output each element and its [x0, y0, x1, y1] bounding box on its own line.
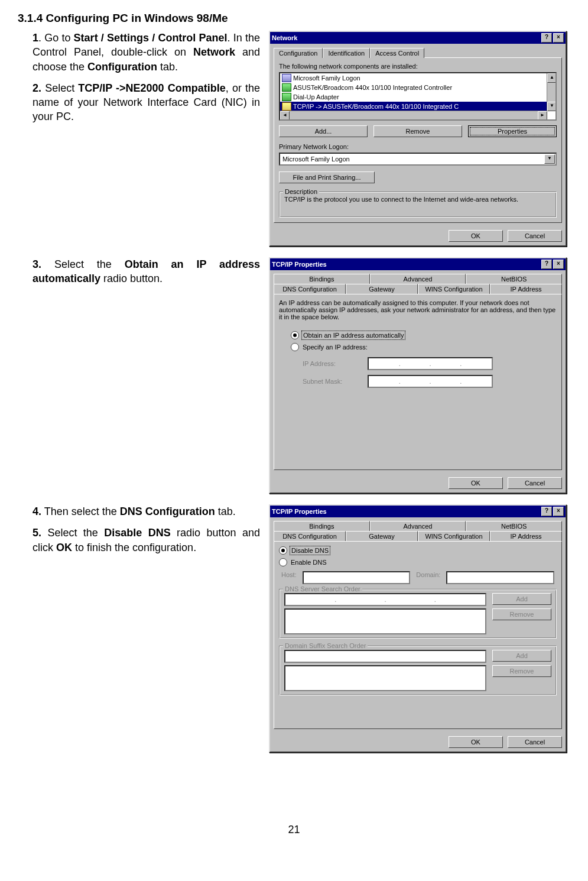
titlebar[interactable]: TCP/IP Properties ? × — [270, 258, 566, 270]
properties-button[interactable]: Properties — [468, 125, 557, 137]
tab-ip-address[interactable]: IP Address — [490, 531, 562, 541]
window-title: Network — [272, 34, 540, 41]
remove-button[interactable]: Remove — [373, 125, 462, 137]
client-icon — [282, 74, 291, 82]
tab-advanced[interactable]: Advanced — [370, 274, 466, 284]
tab-advanced[interactable]: Advanced — [370, 521, 466, 531]
scrollbar-horizontal[interactable]: ◄► — [280, 111, 547, 119]
tab-wins-configuration[interactable]: WINS Configuration — [418, 284, 490, 294]
tab-netbios[interactable]: NetBIOS — [466, 274, 562, 284]
help-icon[interactable]: ? — [541, 33, 552, 43]
tab-bindings[interactable]: Bindings — [274, 521, 370, 531]
radio-specify-ip[interactable]: Specify an IP address: — [291, 343, 545, 351]
close-icon[interactable]: × — [553, 507, 564, 516]
dns-add-button[interactable]: Add — [492, 593, 551, 605]
radio-obtain-ip[interactable]: Obtain an IP address automatically — [291, 331, 545, 339]
domain-label: Domain: — [416, 571, 440, 584]
tab-bindings[interactable]: Bindings — [274, 274, 370, 284]
host-label: Host: — [281, 571, 297, 584]
components-label: The following network components are ins… — [279, 63, 557, 70]
cancel-button[interactable]: Cancel — [508, 230, 562, 242]
add-button[interactable]: Add... — [279, 125, 368, 137]
tab-dns-configuration[interactable]: DNS Configuration — [274, 531, 346, 541]
step-4: 4. Then select the DNS Configuration tab… — [33, 504, 260, 519]
list-item-selected[interactable]: TCP/IP -> ASUSTeK/Broadcom 440x 10/100 I… — [293, 103, 459, 110]
scroll-left-icon[interactable]: ◄ — [280, 111, 290, 121]
description-text: TCP/IP is the protocol you use to connec… — [284, 196, 551, 203]
ip-info-text: An IP address can be automatically assig… — [279, 299, 557, 320]
scrollbar-vertical[interactable]: ▲▼ — [547, 73, 555, 111]
host-field[interactable] — [303, 571, 411, 584]
file-print-sharing-button[interactable]: File and Print Sharing... — [279, 171, 375, 183]
protocol-icon — [282, 102, 291, 111]
adapter-icon — [282, 83, 291, 92]
list-item[interactable]: Microsoft Family Logon — [293, 75, 360, 82]
tab-dns-configuration[interactable]: DNS Configuration — [274, 284, 346, 294]
tab-gateway[interactable]: Gateway — [346, 284, 418, 294]
close-icon[interactable]: × — [553, 260, 564, 269]
scroll-up-icon[interactable]: ▲ — [547, 73, 557, 83]
description-group-title: Description — [283, 188, 319, 195]
page-number: 21 — [18, 824, 570, 836]
dns-list[interactable] — [284, 608, 486, 634]
help-icon[interactable]: ? — [541, 507, 552, 516]
adapter-icon — [282, 93, 291, 101]
network-dialog: Network ? × Configuration Identification… — [269, 31, 567, 247]
list-item[interactable]: ASUSTeK/Broadcom 440x 10/100 Integrated … — [293, 84, 452, 91]
cancel-button[interactable]: Cancel — [508, 736, 562, 748]
tcpip-ip-dialog: TCP/IP Properties ? × Bindings Advanced … — [269, 257, 567, 494]
ok-button[interactable]: OK — [449, 736, 503, 748]
window-title: TCP/IP Properties — [272, 508, 540, 515]
tab-wins-configuration[interactable]: WINS Configuration — [418, 531, 490, 541]
dns-remove-button[interactable]: Remove — [492, 608, 551, 620]
tab-configuration[interactable]: Configuration — [274, 48, 323, 58]
scroll-right-icon[interactable]: ► — [538, 111, 547, 121]
step-2: 2. Select TCP/IP ->NE2000 Compatible, or… — [33, 81, 260, 124]
ip-address-field[interactable]: ... — [368, 357, 493, 370]
primary-logon-label: Primary Network Logon: — [279, 143, 557, 150]
tab-ip-address[interactable]: IP Address — [490, 284, 562, 294]
suffix-add-button[interactable]: Add — [492, 650, 551, 662]
primary-logon-dropdown[interactable]: Microsoft Family Logon ▼ — [279, 153, 557, 166]
help-icon[interactable]: ? — [541, 260, 552, 269]
ok-button[interactable]: OK — [449, 230, 503, 242]
ip-address-label: IP Address: — [303, 360, 368, 367]
ok-button[interactable]: OK — [449, 477, 503, 489]
cancel-button[interactable]: Cancel — [508, 477, 562, 489]
tab-gateway[interactable]: Gateway — [346, 531, 418, 541]
tab-identification[interactable]: Identification — [323, 48, 370, 58]
tab-netbios[interactable]: NetBIOS — [466, 521, 562, 531]
step-5: 5. Select the Disable DNS radio button a… — [33, 526, 260, 555]
components-listbox[interactable]: Microsoft Family Logon ASUSTeK/Broadcom … — [279, 72, 557, 121]
suffix-field[interactable] — [284, 650, 486, 663]
titlebar[interactable]: Network ? × — [270, 32, 566, 44]
titlebar[interactable]: TCP/IP Properties ? × — [270, 506, 566, 517]
step-3: 3. Select the Obtain an IP address autom… — [33, 257, 260, 286]
domain-suffix-title: Domain Suffix Search Order — [283, 642, 368, 649]
tcpip-dns-dialog: TCP/IP Properties ? × Bindings Advanced … — [269, 504, 567, 753]
scroll-down-icon[interactable]: ▼ — [547, 102, 557, 111]
subnet-mask-label: Subnet Mask: — [303, 378, 368, 385]
close-icon[interactable]: × — [553, 33, 564, 43]
chevron-down-icon[interactable]: ▼ — [544, 154, 555, 164]
suffix-remove-button[interactable]: Remove — [492, 665, 551, 677]
step-1: 1. Go to Start / Settings / Control Pane… — [33, 31, 260, 74]
section-heading: 3.1.4 Configuring PC in Windows 98/Me — [18, 12, 570, 25]
dns-ip-field[interactable]: ... — [284, 593, 486, 606]
window-title: TCP/IP Properties — [272, 261, 540, 268]
suffix-list[interactable] — [284, 665, 486, 691]
tab-access-control[interactable]: Access Control — [370, 48, 424, 58]
subnet-mask-field[interactable]: ... — [368, 375, 493, 388]
list-item[interactable]: Dial-Up Adapter — [293, 93, 339, 101]
radio-disable-dns[interactable]: Disable DNS — [279, 546, 557, 555]
dns-search-order-title: DNS Server Search Order — [283, 585, 362, 592]
radio-enable-dns[interactable]: Enable DNS — [279, 558, 557, 566]
domain-field[interactable] — [446, 571, 554, 584]
